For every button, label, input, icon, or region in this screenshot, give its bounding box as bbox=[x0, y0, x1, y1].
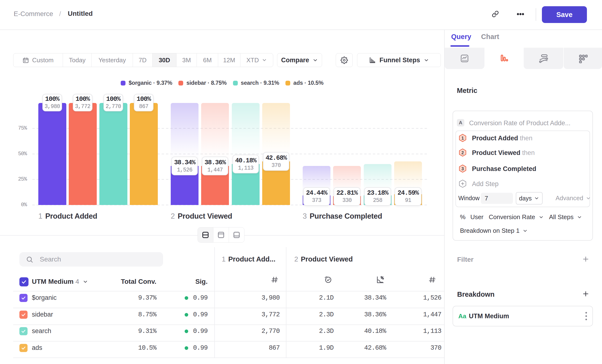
svg-text:2: 2 bbox=[462, 150, 464, 155]
svg-text:1: 1 bbox=[462, 136, 464, 140]
svg-text:3: 3 bbox=[462, 166, 464, 171]
